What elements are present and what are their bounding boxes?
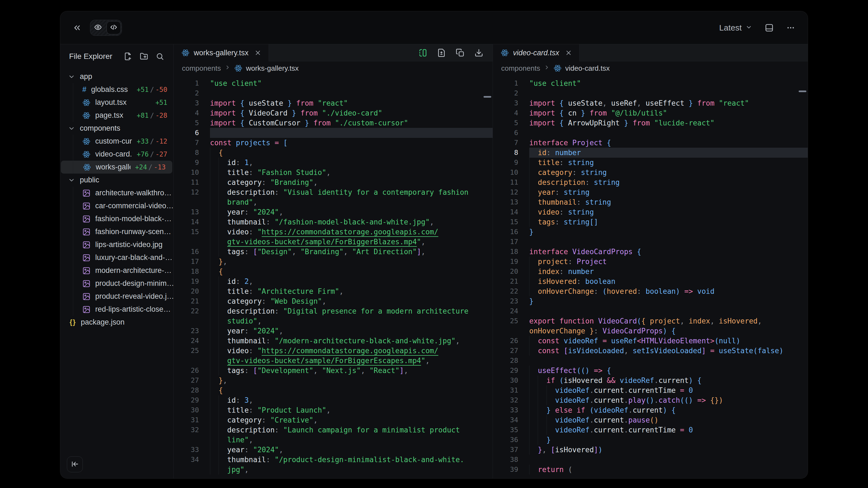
file-row-red-lips-artistic-close-[interactable]: red-lips-artistic-close… <box>60 303 174 316</box>
code-line-22[interactable]: 22onHoverChange: (hovered: boolean) => v… <box>493 286 808 296</box>
folder-row-public[interactable]: public <box>60 173 174 187</box>
scrollbar-thumb[interactable] <box>484 96 491 98</box>
code-line-wrap[interactable]: brand", <box>174 197 493 207</box>
code-line-5[interactable]: 5import { ArrowUpRight } from "lucide-re… <box>493 118 808 128</box>
folder-row-app[interactable]: app <box>60 70 174 83</box>
code-line-14[interactable]: 14video: string <box>493 207 808 217</box>
code-line-6[interactable]: 6 <box>493 128 808 138</box>
code-line-10[interactable]: 10title: "Fashion Studio", <box>174 167 493 177</box>
code-line-7[interactable]: 7interface Project { <box>493 138 808 148</box>
code-line-24[interactable]: 24 <box>493 306 808 316</box>
code-line-19[interactable]: 19project: Project <box>493 257 808 266</box>
code-line-38[interactable]: 38 <box>493 455 808 465</box>
code-line-21[interactable]: 21isHovered: boolean <box>493 276 808 286</box>
code-line-35[interactable]: 35videoRef.current.currentTime = 0 <box>493 425 808 435</box>
code-line-37[interactable]: 37}, [isHovered]) <box>493 445 808 455</box>
collapse-panel-button[interactable] <box>67 456 83 472</box>
file-row-modern-architecture-[interactable]: modern-architecture-… <box>60 264 174 277</box>
folder-row-components[interactable]: components <box>60 122 174 135</box>
code-line-18[interactable]: 18interface VideoCardProps { <box>493 247 808 257</box>
code-line-4[interactable]: 4import { cn } from "@/lib/utils" <box>493 108 808 118</box>
split-editor-button[interactable] <box>418 48 427 57</box>
copy-file-button[interactable] <box>456 48 465 57</box>
breadcrumb-folder[interactable]: components <box>182 64 221 73</box>
file-row-layout.tsx[interactable]: layout.tsx+51 <box>60 96 174 109</box>
code-line-30[interactable]: 30if (isHovered && videoRef.current) { <box>493 376 808 385</box>
code-line-8[interactable]: 8id: number <box>493 148 808 158</box>
code-line-23[interactable]: 23} <box>493 296 808 306</box>
file-row-globals.css[interactable]: #globals.css+51/-50 <box>60 83 174 96</box>
code-line-32[interactable]: 32description: "Launch campaign for a mi… <box>174 425 493 435</box>
code-line-16[interactable]: 16tags: ["Design", "Branding", "Art Dire… <box>174 247 493 257</box>
scrollbar-thumb[interactable] <box>799 91 806 92</box>
code-editor-video-card[interactable]: 1"use client"23import { useState, useRef… <box>493 75 808 478</box>
code-line-25[interactable]: 25export function VideoCard({ project, i… <box>493 316 808 326</box>
code-line-36[interactable]: 36} <box>493 435 808 445</box>
code-line-31[interactable]: 31videoRef.current.currentTime = 0 <box>493 385 808 395</box>
breadcrumb-file[interactable]: works-gallery.tsx <box>246 64 299 73</box>
code-line-30[interactable]: 30title: "Product Launch", <box>174 405 493 415</box>
close-tab-icon[interactable] <box>254 49 261 56</box>
code-line-18[interactable]: 18{ <box>174 266 493 276</box>
code-line-39[interactable]: 39return ( <box>493 465 808 475</box>
code-line-34[interactable]: 34videoRef.current.pause() <box>493 415 808 425</box>
breadcrumb-folder[interactable]: components <box>501 64 540 73</box>
file-row-works-galler-[interactable]: works-galler…+24/-13 <box>61 161 172 173</box>
code-line-20[interactable]: 20index: number <box>493 266 808 276</box>
code-line-1[interactable]: 1"use client" <box>493 78 808 88</box>
file-row-fashion-model-black-[interactable]: fashion-model-black-… <box>60 213 174 225</box>
code-line-1[interactable]: 1"use client" <box>174 78 493 88</box>
code-line-24[interactable]: 24thumbnail: "/modern-architecture-black… <box>174 336 493 346</box>
new-folder-button[interactable] <box>140 52 148 61</box>
breadcrumb-file[interactable]: video-card.tsx <box>565 64 610 73</box>
code-line-wrap[interactable]: jpg", <box>174 465 493 475</box>
file-row-lips-artistic-video.jpg[interactable]: lips-artistic-video.jpg <box>60 238 174 251</box>
code-toggle-button[interactable] <box>106 21 121 34</box>
code-line-7[interactable]: 7const projects = [ <box>174 138 493 148</box>
search-files-button[interactable] <box>156 52 164 61</box>
code-line-wrap[interactable]: studio", <box>174 316 493 326</box>
file-row-custom-curs-[interactable]: custom-curs…+33/-12 <box>60 135 174 148</box>
version-selector[interactable]: Latest <box>719 23 752 32</box>
code-line-21[interactable]: 21category: "Web Design", <box>174 296 493 306</box>
code-line-13[interactable]: 13thumbnail: string <box>493 197 808 207</box>
file-row-car-commercial-video-[interactable]: car-commercial-video… <box>60 199 174 213</box>
code-line-28[interactable]: 28{ <box>174 385 493 395</box>
download-file-button[interactable] <box>474 48 483 57</box>
code-line-17[interactable]: 17}, <box>174 257 493 266</box>
tab-video-card[interactable]: video-card.tsx <box>493 44 580 61</box>
code-line-9[interactable]: 9title: string <box>493 158 808 167</box>
code-line-wrap[interactable]: gtv-videos-bucket/sample/ForBiggerBlazes… <box>174 237 493 247</box>
code-line-2[interactable]: 2 <box>174 88 493 98</box>
code-editor-works-gallery[interactable]: 1"use client"23import { useState } from … <box>174 75 493 478</box>
code-line-3[interactable]: 3import { useState } from "react" <box>174 98 493 108</box>
panel-toggle-button[interactable] <box>765 23 774 32</box>
code-line-11[interactable]: 11description: string <box>493 177 808 187</box>
code-line-10[interactable]: 10category: string <box>493 167 808 177</box>
file-row-architecture-walkthro-[interactable]: architecture-walkthro… <box>60 187 174 199</box>
code-line-25[interactable]: 25video: "https://commondatastorage.goog… <box>174 346 493 356</box>
code-line-15[interactable]: 15video: "https://commondatastorage.goog… <box>174 227 493 237</box>
code-line-5[interactable]: 5import { CustomCursor } from "./custom-… <box>174 118 493 128</box>
file-diff-button[interactable] <box>437 48 446 57</box>
code-line-11[interactable]: 11category: "Branding", <box>174 177 493 187</box>
code-line-16[interactable]: 16} <box>493 227 808 237</box>
code-line-33[interactable]: 33} else if (videoRef.current) { <box>493 405 808 415</box>
code-line-12[interactable]: 12description: "Visual identity for a co… <box>174 187 493 197</box>
more-options-button[interactable] <box>786 23 795 32</box>
code-line-6[interactable]: 6 <box>174 128 493 138</box>
code-line-wrap[interactable]: gtv-videos-bucket/sample/ForBiggerEscape… <box>174 356 493 366</box>
file-row-package.json[interactable]: {}package.json <box>60 316 174 329</box>
code-line-12[interactable]: 12year: string <box>493 187 808 197</box>
code-line-20[interactable]: 20title: "Architecture Firm", <box>174 286 493 296</box>
code-line-28[interactable]: 28 <box>493 356 808 366</box>
code-line-4[interactable]: 4import { VideoCard } from "./video-card… <box>174 108 493 118</box>
code-line-13[interactable]: 13year: "2024", <box>174 207 493 217</box>
file-row-luxury-car-black-and-[interactable]: luxury-car-black-and-… <box>60 251 174 264</box>
file-row-fashion-runway-scen-[interactable]: fashion-runway-scen… <box>60 225 174 238</box>
code-line-9[interactable]: 9id: 1, <box>174 158 493 167</box>
collapse-sidebar-button[interactable] <box>72 23 82 32</box>
code-line-14[interactable]: 14thumbnail: "/fashion-model-black-and-w… <box>174 217 493 227</box>
code-line-32[interactable]: 32videoRef.current.play().catch(() => {}… <box>493 395 808 405</box>
code-line-27[interactable]: 27}, <box>174 376 493 385</box>
